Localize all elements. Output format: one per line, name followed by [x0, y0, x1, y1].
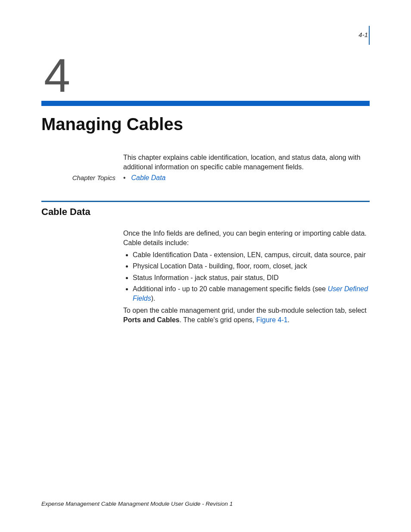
bullet-icon: •: [123, 174, 129, 182]
section-p1: Once the Info fields are defined, you ca…: [123, 229, 369, 248]
chapter-intro: This chapter explains cable identificati…: [123, 153, 369, 171]
bullet4-post: ).: [151, 295, 156, 302]
list-item: Status Information - jack status, pair s…: [133, 273, 369, 283]
chapter-title: Managing Cables: [41, 115, 370, 134]
list-item: Cable Identification Data - extension, L…: [133, 250, 369, 260]
bullet4-pre: Additional info - up to 20 cable managem…: [133, 285, 328, 292]
figure-link[interactable]: Figure 4-1: [256, 316, 288, 324]
page-number-rule: [369, 26, 370, 45]
list-item: Additional info - up to 20 cable managem…: [133, 284, 369, 303]
p2-bold: Ports and Cables: [123, 316, 180, 324]
chapter-topics-list: • Cable Data: [123, 174, 370, 182]
chapter-topics-label: Chapter Topics: [41, 174, 123, 181]
section-rule: [41, 201, 370, 202]
section-body: Once the Info fields are defined, you ca…: [123, 229, 369, 325]
section-p2: To open the cable management grid, under…: [123, 306, 369, 325]
page-number: 4-1: [358, 31, 368, 38]
page-footer: Expense Management Cable Managment Modul…: [41, 501, 233, 507]
section-title: Cable Data: [41, 206, 370, 218]
page: 4-1 4 Managing Cables This chapter expla…: [0, 0, 411, 532]
chapter-topics-row: Chapter Topics • Cable Data: [41, 174, 370, 182]
section-bullet-list: Cable Identification Data - extension, L…: [133, 250, 369, 303]
chapter-rule: [41, 101, 370, 106]
p2-pre: To open the cable management grid, under…: [123, 307, 367, 314]
chapter-topic-link[interactable]: Cable Data: [131, 174, 165, 181]
chapter-number: 4: [44, 52, 370, 99]
p2-mid: . The cable's grid opens,: [180, 316, 256, 324]
p2-post: .: [288, 316, 290, 324]
list-item: Physical Location Data - building, floor…: [133, 261, 369, 271]
